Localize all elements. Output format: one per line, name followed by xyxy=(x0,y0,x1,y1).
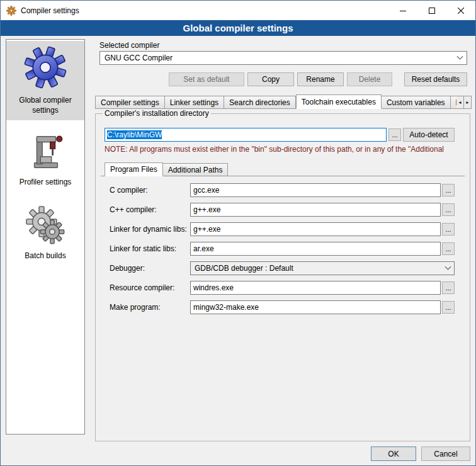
tab-linker-settings[interactable]: Linker settings xyxy=(165,96,224,109)
tabs-clip: Compiler settings Linker settings Search… xyxy=(95,94,456,109)
set-as-default-button[interactable]: Set as default xyxy=(169,72,244,86)
c-compiler-label: C compiler: xyxy=(110,186,190,195)
make-program-row: Make program: ... xyxy=(110,300,455,314)
debugger-row: Debugger: GDB/CDB debugger : Default xyxy=(110,261,455,275)
maximize-icon xyxy=(429,8,435,14)
c-compiler-row: C compiler: ... xyxy=(110,183,455,197)
gray-gears-icon xyxy=(25,205,65,247)
sidebar-item-label: Profiler settings xyxy=(20,178,72,188)
sidebar: Global compiler settings Profiler settin… xyxy=(6,39,85,435)
static-linker-browse-button[interactable]: ... xyxy=(442,242,455,255)
main-panel: Selected compiler GNU GCC Compiler Set a… xyxy=(95,39,472,442)
c-compiler-browse-button[interactable]: ... xyxy=(442,184,455,196)
rename-button[interactable]: Rename xyxy=(297,72,344,86)
compiler-actions: Set as default Copy Rename Delete Reset … xyxy=(99,72,467,86)
window-title: Compiler settings xyxy=(21,6,79,15)
compiler-combobox-value: GNU GCC Compiler xyxy=(105,54,173,62)
scroll-right-icon: ► xyxy=(465,100,470,105)
resource-compiler-input[interactable] xyxy=(190,281,441,295)
tab-scroll-left-button[interactable]: ◄ xyxy=(456,96,464,109)
compiler-combobox[interactable]: GNU GCC Compiler xyxy=(99,51,467,65)
tab-scroll-right-button[interactable]: ► xyxy=(464,96,472,109)
app-icon xyxy=(6,6,16,16)
debugger-select[interactable]: GDB/CDB debugger : Default xyxy=(190,261,455,275)
close-button[interactable] xyxy=(446,1,475,20)
tab-additional-paths[interactable]: Additional Paths xyxy=(163,163,229,176)
bin-subdirectory-note: NOTE: All programs must exist either in … xyxy=(105,145,465,154)
window-controls xyxy=(388,1,475,20)
make-program-input[interactable] xyxy=(190,300,441,314)
cpp-compiler-browse-button[interactable]: ... xyxy=(442,203,455,216)
static-linker-input[interactable] xyxy=(190,242,441,256)
delete-button[interactable]: Delete xyxy=(347,72,392,86)
dynamic-linker-row: Linker for dynamic libs: ... xyxy=(110,222,455,236)
cpp-compiler-input[interactable] xyxy=(190,203,441,217)
sidebar-item-batch-builds[interactable]: Batch builds xyxy=(6,200,84,266)
tab-toolchain-executables[interactable]: Toolchain executables xyxy=(296,94,382,109)
tab-search-directories[interactable]: Search directories xyxy=(224,96,296,109)
tab-build-options[interactable]: Buil xyxy=(451,96,456,109)
page-title: Global compiler settings xyxy=(1,20,475,36)
reset-defaults-button[interactable]: Reset defaults xyxy=(404,72,467,86)
title-bar: Compiler settings xyxy=(1,1,475,20)
installation-directory-group-title: Compiler's installation directory xyxy=(103,109,211,118)
selected-compiler-label: Selected compiler xyxy=(99,41,159,50)
chevron-down-icon xyxy=(445,263,451,270)
debugger-select-value: GDB/CDB debugger : Default xyxy=(195,264,293,273)
scroll-left-icon: ◄ xyxy=(458,100,462,105)
resource-compiler-label: Resource compiler: xyxy=(110,283,190,292)
compiler-settings-window: Compiler settings Global compiler settin… xyxy=(0,0,476,466)
sidebar-item-profiler-settings[interactable]: Profiler settings xyxy=(6,128,84,193)
cpp-compiler-row: C++ compiler: ... xyxy=(110,203,455,217)
dynamic-linker-label: Linker for dynamic libs: xyxy=(110,225,190,234)
auto-detect-button[interactable]: Auto-detect xyxy=(403,128,455,142)
installation-directory-input[interactable]: C:\raylib\MinGW xyxy=(105,128,387,142)
close-icon xyxy=(458,8,464,14)
cancel-button[interactable]: Cancel xyxy=(421,446,470,461)
make-program-label: Make program: xyxy=(110,303,190,312)
installation-directory-group: Compiler's installation directory C:\ray… xyxy=(95,109,470,441)
sidebar-item-label: Batch builds xyxy=(25,251,65,261)
ok-button[interactable]: OK xyxy=(371,446,416,461)
program-files-tabbar: Program Files Additional Paths xyxy=(105,162,465,176)
settings-tabbar: Compiler settings Linker settings Search… xyxy=(95,94,472,109)
tab-compiler-settings[interactable]: Compiler settings xyxy=(95,96,165,109)
minimize-icon xyxy=(400,8,406,14)
copy-button[interactable]: Copy xyxy=(247,72,294,86)
dialog-footer: OK Cancel xyxy=(371,446,470,461)
chevron-down-icon xyxy=(457,53,463,59)
static-linker-label: Linker for static libs: xyxy=(110,244,190,253)
installation-directory-value: C:\raylib\MinGW xyxy=(107,130,162,139)
profiler-tool-icon xyxy=(26,132,65,174)
minimize-button[interactable] xyxy=(388,1,417,20)
static-linker-row: Linker for static libs: ... xyxy=(110,242,455,256)
installation-directory-row: C:\raylib\MinGW ... Auto-detect xyxy=(101,128,465,142)
tab-custom-variables[interactable]: Custom variables xyxy=(382,96,451,109)
maximize-button[interactable] xyxy=(417,1,446,20)
dynamic-linker-browse-button[interactable]: ... xyxy=(442,223,455,236)
resource-compiler-browse-button[interactable]: ... xyxy=(442,281,455,294)
tab-program-files[interactable]: Program Files xyxy=(105,162,163,176)
blue-gear-icon xyxy=(23,45,67,92)
spacer xyxy=(99,72,166,86)
sidebar-item-global-compiler-settings[interactable]: Global compiler settings xyxy=(6,41,84,120)
installation-directory-browse-button[interactable]: ... xyxy=(388,128,401,141)
cpp-compiler-label: C++ compiler: xyxy=(110,205,190,214)
program-files-panel: C compiler: ... C++ compiler: ... Linker… xyxy=(101,176,465,314)
sidebar-item-label: Global compiler settings xyxy=(8,96,83,115)
debugger-label: Debugger: xyxy=(110,264,190,273)
c-compiler-input[interactable] xyxy=(190,183,441,197)
resource-compiler-row: Resource compiler: ... xyxy=(110,281,455,295)
make-program-browse-button[interactable]: ... xyxy=(442,301,455,314)
dynamic-linker-input[interactable] xyxy=(190,222,441,236)
